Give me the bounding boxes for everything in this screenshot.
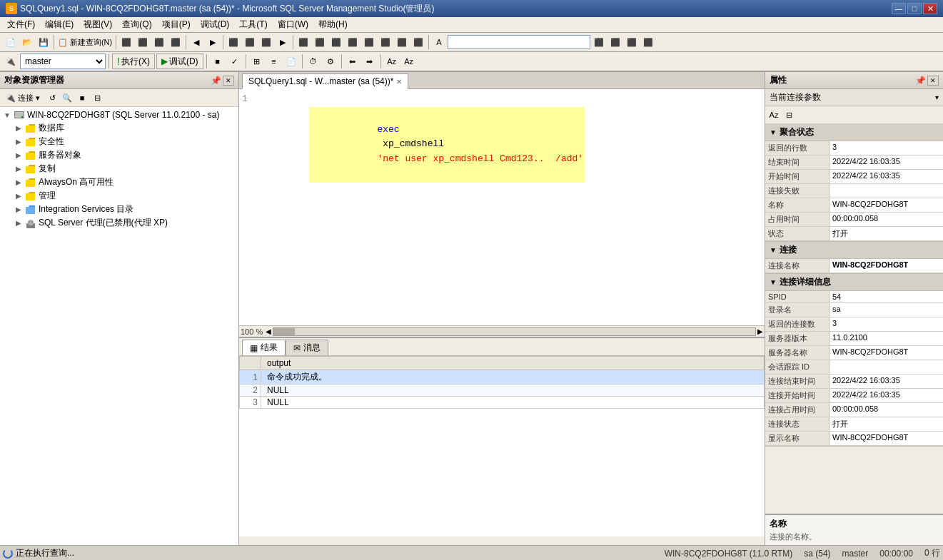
menu-file[interactable]: 文件(F) [3, 17, 39, 32]
align-right-btn[interactable]: ➡ [362, 54, 378, 69]
menu-debug[interactable]: 调试(D) [196, 17, 234, 32]
sql-line-1: exec xp_cmdshell 'net user xp_cmdshell C… [253, 92, 762, 198]
execute-button[interactable]: ! 执行(X) [112, 54, 155, 69]
btn16[interactable]: ⬛ [345, 34, 360, 50]
scroll-right-btn[interactable]: ▶ [757, 327, 763, 335]
btn17[interactable]: ⬛ [361, 34, 377, 50]
messages-tab[interactable]: ✉ 消息 [286, 340, 328, 355]
table-row[interactable]: 2 NULL [240, 385, 765, 397]
management-expander[interactable]: ▶ [13, 192, 24, 200]
database-selector[interactable]: master [20, 54, 106, 69]
props-category-btn[interactable]: ⊟ [782, 108, 796, 122]
conndetail-section-header[interactable]: ▼ 连接详细信息 [765, 274, 943, 291]
menu-tools[interactable]: 工具(T) [235, 17, 271, 32]
btn14[interactable]: ⬛ [312, 34, 328, 50]
db-expander[interactable]: ▶ [13, 124, 24, 132]
minimize-button[interactable]: — [892, 3, 906, 14]
sqlagent-expander[interactable]: ▶ [13, 219, 24, 227]
server-expander[interactable]: ▼ [1, 111, 13, 119]
btn7[interactable]: ◀ [188, 34, 204, 50]
tree-databases-node[interactable]: ▶ 数据库 [0, 121, 238, 135]
btn24[interactable]: ⬛ [624, 34, 640, 50]
horizontal-scrollbar[interactable] [273, 327, 756, 336]
connect-btn-toolbar[interactable]: 🔌 [3, 54, 19, 69]
menu-window[interactable]: 窗口(W) [273, 17, 313, 32]
btn25[interactable]: ⬛ [640, 34, 656, 50]
serverobj-expander[interactable]: ▶ [13, 151, 24, 159]
az-btn2[interactable]: Az [401, 54, 417, 69]
results-text-btn[interactable]: ≡ [266, 54, 282, 69]
results-grid-btn[interactable]: ⊞ [249, 54, 265, 69]
new-file-btn[interactable]: 📄 [3, 34, 19, 50]
replication-expander[interactable]: ▶ [13, 165, 24, 173]
oe-refresh-btn[interactable]: ↺ [45, 91, 59, 105]
btn19[interactable]: ⬛ [394, 34, 410, 50]
btn22[interactable]: ⬛ [591, 34, 607, 50]
include-client-btn[interactable]: ⏱ [306, 54, 321, 69]
open-btn[interactable]: 📂 [19, 34, 35, 50]
btn4[interactable]: ⬛ [135, 34, 151, 50]
az-btn1[interactable]: Az [384, 54, 400, 69]
menu-query[interactable]: 查询(Q) [118, 17, 156, 32]
integration-expander[interactable]: ▶ [13, 205, 24, 213]
btn21[interactable]: A [431, 34, 447, 50]
table-row[interactable]: 3 NULL [240, 397, 765, 409]
tree-server-node[interactable]: ▼ WIN-8CQ2FDOHG8T (SQL Server 11.0.2100 … [0, 108, 238, 121]
align-left-btn[interactable]: ⬅ [345, 54, 360, 69]
close-button[interactable]: ✕ [923, 3, 937, 14]
props-dropdown-arrow[interactable]: ▾ [935, 93, 939, 101]
btn13[interactable]: ⬛ [296, 34, 311, 50]
props-close-btn[interactable]: ✕ [927, 76, 939, 86]
btn23[interactable]: ⬛ [607, 34, 623, 50]
btn9[interactable]: ⬛ [226, 34, 241, 50]
oe-filter-btn[interactable]: 🔍 [60, 91, 74, 105]
alwayson-expander[interactable]: ▶ [13, 178, 24, 186]
tree-management-node[interactable]: ▶ 管理 [0, 189, 238, 203]
btn5[interactable]: ⬛ [151, 34, 167, 50]
menu-view[interactable]: 视图(V) [79, 17, 116, 32]
tree-replication-node[interactable]: ▶ 复制 [0, 162, 238, 175]
props-az-btn[interactable]: Az [767, 108, 781, 122]
tree-integration-node[interactable]: ▶ Integration Services 目录 [0, 203, 238, 216]
line-numbers: 1 [242, 92, 253, 322]
results-file-btn[interactable]: 📄 [283, 54, 299, 69]
tree-alwayson-node[interactable]: ▶ AlwaysOn 高可用性 [0, 175, 238, 189]
oe-connect-btn[interactable]: 🔌 连接 ▾ [1, 91, 44, 105]
oe-close-btn[interactable]: ✕ [223, 76, 234, 86]
oe-stop-btn[interactable]: ■ [75, 91, 89, 105]
sql-content[interactable]: exec xp_cmdshell 'net user xp_cmdshell C… [253, 92, 762, 322]
btn6[interactable]: ⬛ [168, 34, 183, 50]
btn12[interactable]: ▶ [275, 34, 291, 50]
btn8[interactable]: ▶ [205, 34, 221, 50]
menu-project[interactable]: 项目(P) [158, 17, 195, 32]
tree-sqlagent-node[interactable]: ▶ SQL Server 代理(已禁用(代理 XP) [0, 216, 238, 230]
parse-btn[interactable]: ✓ [227, 54, 243, 69]
security-expander[interactable]: ▶ [13, 138, 24, 146]
new-query-btn[interactable]: 📋 新建查询(N) [56, 34, 114, 50]
btn15[interactable]: ⬛ [328, 34, 344, 50]
btn18[interactable]: ⬛ [378, 34, 393, 50]
table-row[interactable]: 1 命令成功完成。 [240, 370, 765, 385]
save-btn[interactable]: 💾 [36, 34, 51, 50]
btn10[interactable]: ⬛ [242, 34, 258, 50]
btn11[interactable]: ⬛ [258, 34, 274, 50]
btn3[interactable]: ⬛ [118, 34, 134, 50]
aggregate-section-header[interactable]: ▼ 聚合状态 [765, 124, 943, 141]
maximize-button[interactable]: □ [907, 3, 922, 14]
oe-collapse-btn[interactable]: ⊟ [90, 91, 104, 105]
tree-security-node[interactable]: ▶ 安全性 [0, 135, 238, 148]
search-input[interactable] [448, 35, 590, 49]
connection-section-header[interactable]: ▼ 连接 [765, 242, 943, 259]
query-options-btn[interactable]: ⚙ [323, 54, 338, 69]
sql-tab-active[interactable]: SQLQuery1.sql - W...master (sa (54))* ✕ [242, 73, 408, 89]
results-tab[interactable]: ▦ 结果 [242, 340, 286, 355]
tab-close-btn[interactable]: ✕ [396, 78, 402, 86]
tree-serverobj-node[interactable]: ▶ 服务器对象 [0, 148, 238, 162]
debug-button[interactable]: ▶ 调试(D) [156, 54, 203, 69]
btn20[interactable]: ⬛ [410, 34, 426, 50]
menu-edit[interactable]: 编辑(E) [41, 17, 78, 32]
sql-editor[interactable]: 1 exec xp_cmdshell 'net user xp_cmdshell… [239, 89, 765, 325]
stop-btn[interactable]: ■ [210, 54, 226, 69]
scroll-left-btn[interactable]: ◀ [266, 327, 271, 335]
menu-help[interactable]: 帮助(H) [314, 17, 352, 32]
